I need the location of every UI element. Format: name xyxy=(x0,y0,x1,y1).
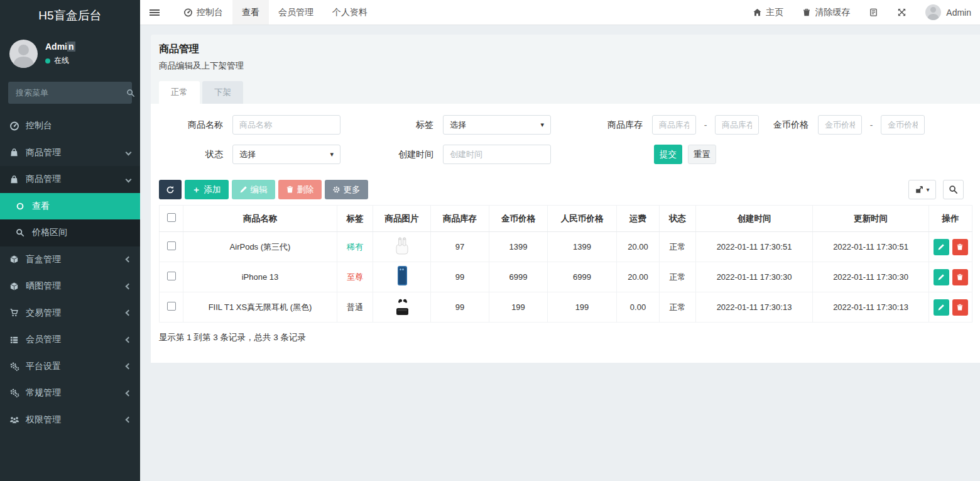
iphone-photo[interactable] xyxy=(391,265,413,287)
delete-button[interactable]: 删除 xyxy=(278,180,322,199)
reset-button[interactable]: 重置 xyxy=(688,145,716,164)
users-icon xyxy=(9,415,26,425)
cell-updated: 2022-01-11 17:30:13 xyxy=(813,292,929,323)
sidebar-item-photos[interactable]: 晒图管理 xyxy=(0,273,140,300)
cell-tag: 至尊 xyxy=(337,262,373,292)
home-link[interactable]: 主页 xyxy=(743,0,793,25)
search-icon[interactable] xyxy=(126,89,135,97)
range-separator: - xyxy=(696,120,715,130)
row-edit-button[interactable] xyxy=(934,269,949,285)
table-row[interactable]: AirPods (第三代) 稀有 97 1399 1399 20.00 正常 xyxy=(160,232,972,262)
cell-created: 2022-01-11 17:30:30 xyxy=(696,262,813,292)
earbuds-photo[interactable] xyxy=(391,295,413,318)
table-row[interactable]: FIIL T1 XS真无限耳机 (黑色) 普通 99 199 199 0.00 … xyxy=(160,292,972,323)
cell-name: FIIL T1 XS真无限耳机 (黑色) xyxy=(183,292,337,323)
sidebar-toggle-button[interactable] xyxy=(140,0,169,25)
sidebar-item-dashboard[interactable]: 控制台 xyxy=(0,113,140,140)
language-button[interactable] xyxy=(859,0,888,25)
created-input[interactable] xyxy=(443,145,551,164)
sidebar-item-view[interactable]: 查看 xyxy=(0,193,140,220)
search-toggle-button[interactable] xyxy=(943,180,964,199)
sidebar-item-blindbox[interactable]: 盲盒管理 xyxy=(0,246,140,274)
avatar xyxy=(925,4,941,20)
sidebar-item-goods-1[interactable]: 商品管理 xyxy=(0,140,140,167)
fullscreen-button[interactable] xyxy=(888,0,916,25)
sidebar-item-members[interactable]: 会员管理 xyxy=(0,326,140,353)
col-freight: 运费 xyxy=(617,206,660,232)
top-navbar: 控制台 查看 会员管理 个人资料 主页 清除缓存 xyxy=(140,0,980,25)
user-status: 在线 xyxy=(45,55,75,66)
table-row[interactable]: iPhone 13 至尊 99 6999 6999 20.00 正常 xyxy=(160,262,972,292)
cell-status: 正常 xyxy=(660,292,696,323)
nav-tab-view[interactable]: 查看 xyxy=(232,0,269,25)
chevron-left-icon xyxy=(126,257,132,263)
stock-min-input[interactable] xyxy=(652,115,696,135)
row-checkbox[interactable] xyxy=(167,302,176,311)
sidebar-search[interactable] xyxy=(8,82,132,104)
row-edit-button[interactable] xyxy=(934,239,949,255)
chevron-left-icon xyxy=(126,390,132,396)
search-icon xyxy=(949,185,958,194)
sidebar-item-permissions[interactable]: 权限管理 xyxy=(0,407,140,434)
sidebar: H5盲盒后台 Admin 在线 控制台 xyxy=(0,0,140,481)
sidebar-search-input[interactable] xyxy=(16,88,126,97)
submit-button[interactable]: 提交 xyxy=(654,145,682,164)
cell-freight: 20.00 xyxy=(617,232,660,262)
coin-min-input[interactable] xyxy=(818,115,862,135)
created-label: 创建时间 xyxy=(340,149,443,160)
chevron-left-icon xyxy=(126,310,132,316)
sidebar-item-trade[interactable]: 交易管理 xyxy=(0,300,140,327)
more-button[interactable]: 更多 xyxy=(325,180,368,199)
status-tabs: 正常 下架 xyxy=(159,81,971,104)
cell-freight: 0.00 xyxy=(617,292,660,323)
refresh-button[interactable] xyxy=(159,180,182,199)
cell-status: 正常 xyxy=(660,262,696,292)
edit-button[interactable]: 编辑 xyxy=(232,180,275,199)
tag-select[interactable]: 选择 ▾ xyxy=(443,115,551,135)
chevron-left-icon xyxy=(126,417,132,423)
trash-icon xyxy=(286,185,294,194)
content-area: 商品管理 商品编辑及上下架管理 正常 下架 商品名称 标签 选择 xyxy=(140,25,980,481)
tab-offshelf[interactable]: 下架 xyxy=(202,81,243,104)
cell-status: 正常 xyxy=(660,232,696,262)
col-status: 状态 xyxy=(660,206,696,232)
cell-tag: 稀有 xyxy=(337,232,373,262)
tab-normal[interactable]: 正常 xyxy=(159,81,200,104)
nav-tab-console[interactable]: 控制台 xyxy=(174,0,232,25)
language-icon xyxy=(869,8,878,17)
clear-cache-link[interactable]: 清除缓存 xyxy=(793,0,859,25)
page-subtitle: 商品编辑及上下架管理 xyxy=(159,60,971,72)
chevron-left-icon xyxy=(126,363,132,370)
row-delete-button[interactable] xyxy=(952,269,968,285)
trash-icon xyxy=(802,8,811,17)
export-icon xyxy=(915,185,923,194)
cube-icon xyxy=(9,255,26,264)
stock-max-input[interactable] xyxy=(715,115,759,135)
export-button[interactable]: ▾ xyxy=(908,180,936,199)
row-delete-button[interactable] xyxy=(952,299,968,316)
row-edit-button[interactable] xyxy=(934,299,949,316)
row-checkbox[interactable] xyxy=(167,241,176,250)
cube-icon xyxy=(9,282,26,291)
airpods-photo[interactable] xyxy=(391,235,413,257)
sidebar-item-general[interactable]: 常规管理 xyxy=(0,380,140,407)
row-checkbox[interactable] xyxy=(167,272,176,280)
user-name: Admin xyxy=(45,41,75,52)
nav-tab-member[interactable]: 会员管理 xyxy=(269,0,323,25)
sidebar-item-platform[interactable]: 平台设置 xyxy=(0,353,140,380)
user-menu[interactable]: Admin xyxy=(916,0,980,25)
plus-icon: ＋ xyxy=(192,184,201,196)
row-delete-button[interactable] xyxy=(952,239,968,255)
cogs-icon xyxy=(9,388,26,398)
coin-max-input[interactable] xyxy=(881,115,925,135)
select-all-checkbox[interactable] xyxy=(167,213,176,222)
cell-created: 2022-01-11 17:30:13 xyxy=(696,292,813,323)
sidebar-item-goods-2[interactable]: 商品管理 xyxy=(0,166,140,193)
nav-tab-profile[interactable]: 个人资料 xyxy=(323,0,377,25)
gear-icon xyxy=(332,185,340,194)
goods-name-input[interactable] xyxy=(232,115,340,135)
status-select[interactable]: 选择 ▾ xyxy=(232,145,340,164)
add-button[interactable]: ＋添加 xyxy=(185,180,229,199)
sidebar-item-price-range[interactable]: 价格区间 xyxy=(0,219,140,246)
chevron-down-icon xyxy=(126,176,132,182)
